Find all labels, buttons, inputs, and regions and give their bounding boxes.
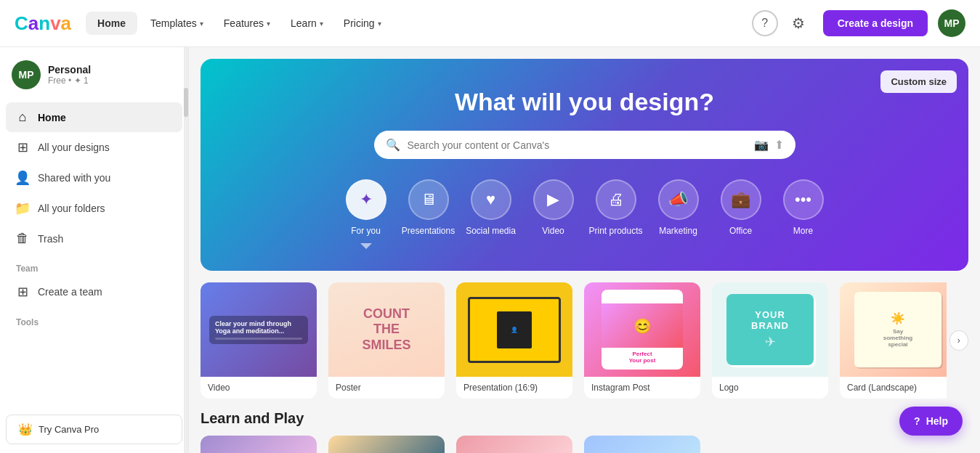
more-icon: ••• [783,179,824,220]
help-button[interactable]: ? [752,10,778,36]
camera-icon[interactable]: 📷 [754,138,769,152]
chevron-down-icon: ▾ [320,20,323,28]
category-presentations[interactable]: 🖥 Presentations [400,179,458,249]
user-avatar[interactable]: MP [938,9,965,37]
for-you-icon: ✦ [346,179,386,220]
trash-icon: 🗑 [15,231,31,246]
category-more[interactable]: ••• More [774,179,833,249]
template-label: Card (Landscape) [840,377,947,399]
sidebar: MP Personal Free • ✦ 1 ⌂ Home ⊞ All your… [0,47,189,453]
settings-button[interactable]: ⚙ [785,10,811,36]
template-card-instagram[interactable]: 😊 PerfectYour post Instagram Post [584,282,700,399]
chevron-down-icon: ▾ [378,20,381,28]
sidebar-item-home[interactable]: ⌂ Home [6,102,182,132]
chevron-down-icon: ▾ [200,20,203,28]
template-thumbnail: 👤 [456,282,572,377]
sidebar-navigation: ⌂ Home ⊞ All your designs 👤 Shared with … [0,98,188,335]
learn-card-2[interactable] [328,436,445,453]
help-floating-button[interactable]: ? Help [899,407,963,436]
templates-nav-item[interactable]: Templates ▾ [140,12,214,35]
category-label: Social media [466,226,516,236]
template-label: Poster [328,377,445,399]
home-nav-button[interactable]: Home [86,12,137,35]
template-label: Instagram Post [584,377,700,399]
help-icon: ? [914,415,920,427]
learn-card-4[interactable] [584,436,700,453]
shared-icon: 👤 [15,170,31,186]
office-icon: 💼 [721,179,761,220]
category-office[interactable]: 💼 Office [712,179,770,249]
template-card-logo[interactable]: YOUR BRAND ✈ Logo [712,282,828,399]
template-label: Video [201,377,317,399]
try-pro-button[interactable]: 👑 Try Canva Pro [6,415,182,444]
crown-icon: 👑 [18,423,33,436]
learn-nav-item[interactable]: Learn ▾ [280,12,333,35]
category-label: For you [351,226,381,236]
template-thumbnail: COUNTTHESMILES [328,282,445,377]
template-card-video[interactable]: Clear your mind through Yoga and meditat… [201,282,317,399]
learn-section: Learn and Play [189,399,980,453]
sidebar-item-folders[interactable]: 📁 All your folders [6,193,182,224]
features-nav-item[interactable]: Features ▾ [214,12,280,35]
home-icon: ⌂ [15,110,31,125]
question-icon: ? [761,17,768,30]
learn-card-1[interactable] [201,436,317,453]
team-icon: ⊞ [15,284,31,300]
scroll-thumb[interactable] [184,88,188,117]
sidebar-bottom: 👑 Try Canva Pro [0,406,188,453]
template-card-poster[interactable]: COUNTTHESMILES Poster [328,282,445,399]
hero-section: Custom size What will you design? 🔍 📷 ⬆ … [201,59,968,271]
search-icon: 🔍 [386,138,400,152]
profile-section: MP Personal Free • ✦ 1 [0,47,188,98]
search-bar: 🔍 📷 ⬆ [374,131,795,159]
template-card-presentation[interactable]: 👤 Presentation (16:9) [456,282,572,399]
video-icon: ▶ [533,179,574,220]
category-for-you[interactable]: ✦ For you [337,179,395,249]
social-media-icon: ♥ [471,179,511,220]
category-label: Video [542,226,564,236]
category-video[interactable]: ▶ Video [525,179,583,249]
presentations-icon: 🖥 [408,179,449,220]
category-social-media[interactable]: ♥ Social media [462,179,520,249]
learn-grid [201,436,968,453]
template-thumbnail: Clear your mind through Yoga and meditat… [201,282,317,377]
pricing-nav-item[interactable]: Pricing ▾ [333,12,392,35]
upload-icon[interactable]: ⬆ [774,138,784,152]
active-indicator [360,243,372,249]
template-label: Presentation (16:9) [456,377,572,399]
sidebar-item-trash[interactable]: 🗑 Trash [6,224,182,253]
category-marketing[interactable]: 📣 Marketing [649,179,708,249]
create-design-button[interactable]: Create a design [823,10,928,36]
search-input[interactable] [408,139,747,151]
category-print-products[interactable]: 🖨 Print products [587,179,645,249]
custom-size-button[interactable]: Custom size [880,70,957,93]
gear-icon: ⚙ [792,15,805,32]
folder-icon: 📁 [15,200,31,216]
chevron-down-icon: ▾ [267,20,270,28]
scroll-track [184,47,188,453]
sidebar-item-all-designs[interactable]: ⊞ All your designs [6,132,182,163]
top-navigation: Canva Home Templates ▾ Features ▾ Learn … [0,0,980,47]
template-thumbnail: YOUR BRAND ✈ [712,282,828,377]
profile-avatar[interactable]: MP [12,60,41,89]
sidebar-item-shared[interactable]: 👤 Shared with you [6,163,182,193]
category-label: More [793,226,813,236]
print-icon: 🖨 [596,179,636,220]
profile-name: Personal [48,64,91,76]
sidebar-item-create-team[interactable]: ⊞ Create a team [6,277,182,307]
canva-logo[interactable]: Canva [15,12,71,35]
team-section-label: Team [6,253,182,277]
templates-grid: Clear your mind through Yoga and meditat… [201,282,947,399]
template-card-card[interactable]: ☀️ Saysomethingspecial Card (Landscape) [840,282,947,399]
learn-card-3[interactable] [456,436,572,453]
carousel-next-button[interactable]: › [949,330,968,351]
main-content: Custom size What will you design? 🔍 📷 ⬆ … [189,47,980,453]
marketing-icon: 📣 [658,179,699,220]
tools-section-label: Tools [6,307,182,330]
category-label: Presentations [402,226,455,236]
template-thumbnail: 😊 PerfectYour post [584,282,700,377]
category-label: Marketing [659,226,697,236]
template-label: Logo [712,377,828,399]
learn-section-title: Learn and Play [201,410,968,427]
templates-carousel: Clear your mind through Yoga and meditat… [201,282,968,399]
